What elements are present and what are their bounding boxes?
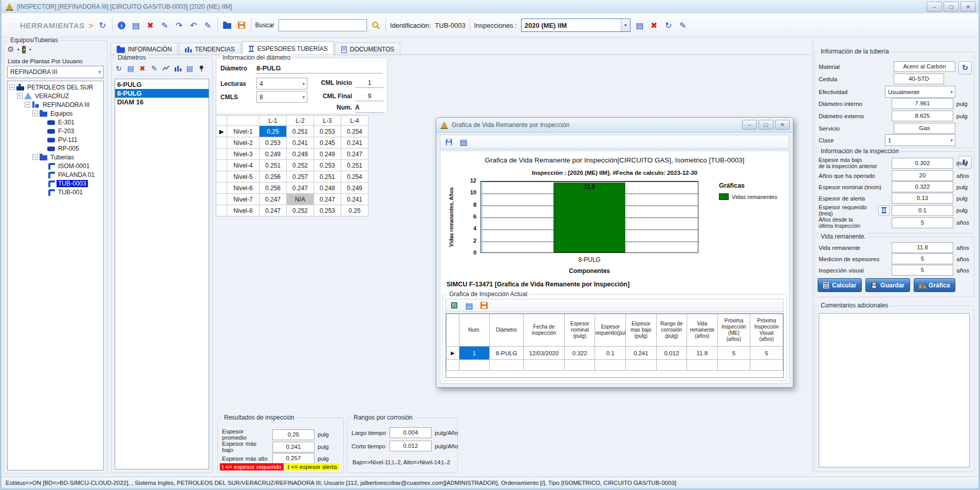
location-pin-icon[interactable] [197, 64, 206, 73]
grid-cell[interactable]: 0.247 [314, 194, 341, 205]
grid-cell[interactable]: 0.252 [287, 160, 314, 171]
tree-item-tub-001[interactable]: TUB-001 [8, 188, 103, 196]
diametro-item-6-pulg[interactable]: 6-PULG [115, 80, 209, 89]
tree-item-tuberias[interactable]: −Tuberias [8, 153, 103, 161]
tree-item-e-301[interactable]: E-301 [8, 118, 103, 126]
espesor-mas-alto-value[interactable]: 0.257 [272, 453, 315, 464]
grid-cell[interactable]: 0.253 [260, 137, 287, 149]
chevron-down-icon[interactable]: ▾ [29, 47, 31, 52]
medicion-espesores-value[interactable]: 5 [892, 253, 953, 264]
maximize-button[interactable]: ▢ [944, 2, 959, 12]
grid-cell[interactable]: 0.251 [287, 126, 314, 137]
plant-select[interactable]: REFINADORA III ▾ [7, 66, 104, 78]
grid-row-selector[interactable] [216, 183, 227, 194]
grid-cell[interactable]: 0.254 [341, 126, 368, 137]
tree-item-palanda-01[interactable]: PALANDA 01 [8, 170, 103, 179]
close-button[interactable]: ✕ [960, 2, 976, 12]
diametro-interno-value[interactable]: 7.961 [892, 98, 953, 109]
grafica-button[interactable]: Gráfica [914, 278, 955, 292]
line-chart-icon[interactable] [162, 64, 170, 73]
tab-espesores-tuberias[interactable]: ESPESORES TUBERÍAS [242, 41, 334, 56]
insp-cell[interactable]: 5 [750, 347, 783, 360]
tuberia-refresh-button[interactable]: ↻ [958, 61, 972, 75]
paste-icon[interactable]: ▤ [186, 64, 194, 73]
largo-tiempo-value[interactable]: 0.004 [390, 427, 432, 438]
comentarios-textarea[interactable] [819, 313, 970, 467]
add-report-icon[interactable]: ▤ [126, 64, 135, 73]
grid-cell[interactable]: 0.253 [314, 205, 341, 216]
grid-cell[interactable]: N/A [287, 194, 314, 205]
save-icon[interactable] [236, 20, 247, 31]
clase-select[interactable]: 1 ▾ [885, 134, 955, 146]
grid-cell[interactable]: 0.247 [341, 149, 368, 160]
grid-row-selector[interactable] [216, 171, 227, 183]
insp-cell[interactable]: 0.1 [595, 347, 626, 360]
tree-item-tub-0003[interactable]: TUB-0003 [8, 179, 103, 188]
report-icon[interactable]: ▤ [635, 20, 645, 31]
lecturas-select[interactable]: 4 ▾ [256, 78, 307, 89]
diametro-item-8-pulg[interactable]: 8-PULG [115, 89, 209, 98]
cml-inicio-value[interactable]: 1 [355, 78, 384, 88]
num-value[interactable]: A [355, 102, 384, 113]
insp-cell[interactable]: 12/03/2020 [523, 347, 564, 360]
insp-cell[interactable]: 0.012 [656, 347, 687, 360]
tab-documentos[interactable]: DOCUMENTOS [335, 43, 400, 56]
tree-expander[interactable]: − [25, 102, 30, 107]
espesor-mas-bajo-value[interactable]: 0.241 [272, 442, 315, 452]
tree-item-rp-005[interactable]: RP-005 [8, 144, 103, 153]
chevron-down-icon[interactable]: ▾ [17, 47, 19, 52]
tree-item-petroleos-del-sur[interactable]: −PETROLEOS DEL SUR [8, 83, 103, 92]
grid-row-selector[interactable] [216, 137, 227, 149]
clipboard-icon[interactable]: ✎ [203, 20, 213, 31]
tree-item-f-203[interactable]: F-203 [8, 126, 103, 135]
tree-expander[interactable]: − [9, 84, 15, 90]
redo-icon[interactable]: ↷ [174, 20, 184, 31]
efectividad-select[interactable]: Usualmente ▾ [885, 86, 955, 98]
refresh-icon[interactable]: ↻ [663, 20, 674, 31]
tree-item-refinadora-iii[interactable]: −REFINADORA III [8, 100, 103, 109]
edit-icon[interactable]: ✎ [150, 64, 158, 73]
diametro-externo-value[interactable]: 8.625 [892, 111, 953, 121]
save-table-icon[interactable] [479, 300, 489, 311]
cmls-select[interactable]: 8 ▾ [256, 91, 307, 103]
search-input[interactable] [279, 19, 367, 31]
grid-cell[interactable]: 0.251 [341, 160, 368, 171]
refresh-icon[interactable]: ↻ [115, 64, 123, 73]
ibeam-button[interactable] [878, 205, 890, 215]
corto-tiempo-value[interactable]: 0.012 [390, 441, 432, 451]
tree-item-pv-111[interactable]: PV-111 [8, 135, 103, 144]
tree-item-equipos[interactable]: −Equipos [8, 109, 103, 118]
grid-cell[interactable]: 0.256 [260, 171, 287, 183]
grid-cell[interactable]: 0.241 [341, 194, 368, 205]
guardar-button[interactable]: Guardar [865, 278, 910, 292]
dialog-minimize-button[interactable]: – [742, 120, 757, 130]
espesor-bajo-anterior-value[interactable]: 0.302 [892, 158, 953, 169]
grid-cell[interactable]: 0.247 [287, 183, 314, 194]
inspeccion-visual-value[interactable]: 5 [892, 265, 953, 276]
report-icon[interactable]: ▤ [131, 20, 141, 31]
diametros-listbox[interactable]: 6-PULG 8-PULG DIAM 16 [115, 79, 209, 469]
grid-cell[interactable]: 0.249 [287, 149, 314, 160]
espesor-promedio-value[interactable]: 0.25 [272, 429, 315, 440]
search-icon[interactable] [371, 20, 381, 31]
diametro-item-diam-16[interactable]: DIAM 16 [115, 98, 209, 106]
espesor-nominal-value[interactable]: 0.322 [892, 182, 953, 192]
grid-cell[interactable]: 0.249 [341, 183, 368, 194]
grid-cell[interactable]: 0.253 [314, 126, 341, 137]
undo-icon[interactable]: ↶ [189, 20, 199, 31]
insp-cell[interactable]: 8-PULG [490, 347, 524, 360]
grid-cell[interactable]: 0.251 [314, 171, 341, 183]
grid-row-selector[interactable] [216, 149, 227, 160]
insp-cell[interactable]: 11.8 [687, 347, 718, 360]
minimize-button[interactable]: – [927, 2, 942, 12]
insp-cell[interactable]: 5 [717, 347, 750, 360]
diametro-value[interactable]: 8-PULG [256, 63, 383, 74]
tree-item-veracruz[interactable]: −VERACRUZ [8, 92, 103, 100]
tree-expander[interactable]: − [17, 93, 23, 99]
copy-table-icon[interactable]: ▤ [464, 300, 474, 311]
edit-icon[interactable]: ✎ [678, 20, 688, 31]
cml-final-value[interactable]: 9 [355, 91, 384, 101]
traffic-light-icon[interactable] [22, 46, 26, 53]
delete-icon[interactable]: ✖ [138, 64, 146, 73]
measurement-grid[interactable]: L-1L-2L-3L-4▶Nivel-10.250.2510.2530.254N… [216, 115, 368, 216]
